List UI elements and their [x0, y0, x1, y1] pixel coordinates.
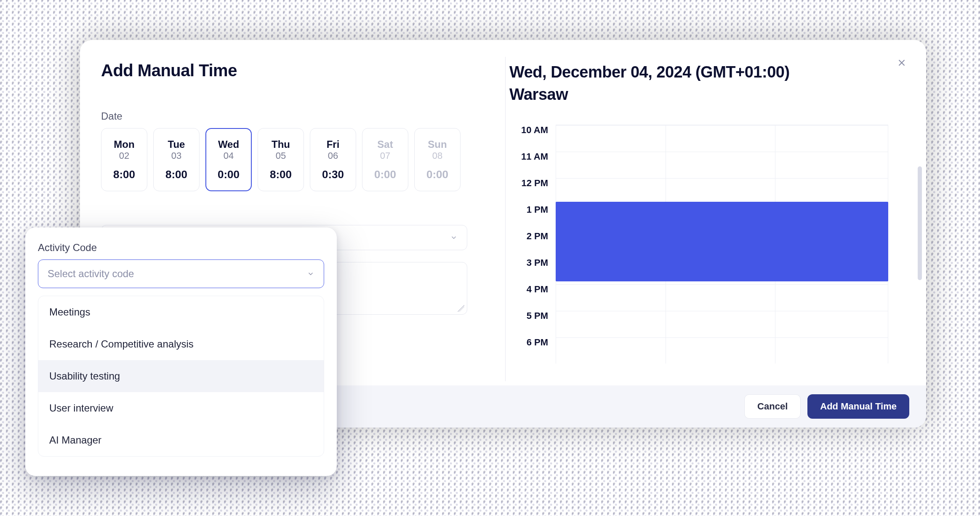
day-chip-mon[interactable]: Mon028:00 — [101, 128, 147, 191]
hour-label: 3 PM — [509, 257, 556, 268]
activity-option[interactable]: Research / Competitive analysis — [38, 328, 324, 360]
add-manual-time-button[interactable]: Add Manual Time — [807, 394, 909, 419]
day-chip-tue[interactable]: Tue038:00 — [153, 128, 200, 191]
day-hours: 8:00 — [113, 168, 135, 181]
day-hours: 8:00 — [270, 168, 292, 181]
day-chip-thu[interactable]: Thu058:00 — [258, 128, 304, 191]
chevron-down-icon — [307, 270, 314, 278]
right-pane: Wed, December 04, 2024 (GMT+01:00) Warsa… — [493, 40, 926, 428]
day-hours: 0:00 — [218, 168, 240, 181]
hour-label: 6 PM — [509, 337, 556, 348]
hour-label: 12 PM — [509, 178, 556, 189]
hour-row: 5 PM — [509, 310, 888, 337]
day-number: 04 — [224, 150, 234, 161]
day-name: Mon — [114, 139, 134, 150]
cancel-button[interactable]: Cancel — [744, 394, 801, 419]
activity-option[interactable]: Usability testing — [38, 360, 324, 392]
day-number: 03 — [171, 150, 181, 161]
hour-label: 11 AM — [509, 151, 556, 162]
day-name: Wed — [218, 139, 239, 150]
day-chip-fri[interactable]: Fri060:30 — [310, 128, 356, 191]
day-chip-sat: Sat070:00 — [362, 128, 408, 191]
hour-row: 6 PM — [509, 337, 888, 364]
day-name: Fri — [327, 139, 340, 150]
hour-label: 10 AM — [509, 125, 556, 136]
day-chip-wed[interactable]: Wed040:00 — [205, 128, 252, 191]
day-name: Tue — [168, 139, 185, 150]
day-hours: 0:00 — [426, 168, 448, 181]
activity-option[interactable]: Meetings — [38, 296, 324, 328]
modal-title: Add Manual Time — [101, 61, 467, 80]
day-name: Thu — [272, 139, 290, 150]
activity-code-placeholder: Select activity code — [48, 268, 134, 280]
time-block[interactable] — [556, 202, 888, 281]
hour-label: 1 PM — [509, 204, 556, 215]
activity-option[interactable]: AI Manager — [38, 424, 324, 456]
day-hours: 0:00 — [374, 168, 396, 181]
close-icon[interactable] — [894, 55, 909, 70]
hour-row: 12 PM — [509, 178, 888, 204]
day-hours: 8:00 — [165, 168, 187, 181]
date-label: Date — [101, 110, 467, 122]
chevron-down-icon — [450, 234, 458, 241]
activity-option[interactable]: User interview — [38, 392, 324, 424]
day-chip-sun: Sun080:00 — [414, 128, 461, 191]
hour-row: 4 PM — [509, 284, 888, 310]
selected-day-title: Wed, December 04, 2024 (GMT+01:00) Warsa… — [509, 61, 838, 106]
hour-label: 2 PM — [509, 231, 556, 242]
timeline-scrollbar[interactable] — [918, 166, 922, 280]
day-number: 08 — [432, 150, 442, 161]
day-timeline[interactable]: 10 AM11 AM12 PM1 PM2 PM3 PM4 PM5 PM6 PM — [509, 125, 901, 361]
hour-label: 4 PM — [509, 284, 556, 295]
day-hours: 0:30 — [322, 168, 344, 181]
day-number: 06 — [328, 150, 338, 161]
day-name: Sun — [428, 139, 447, 150]
date-picker-row: Mon028:00Tue038:00Wed040:00Thu058:00Fri0… — [101, 128, 467, 191]
hour-row: 11 AM — [509, 151, 888, 178]
day-number: 02 — [119, 150, 129, 161]
day-number: 07 — [380, 150, 390, 161]
hour-row: 10 AM — [509, 125, 888, 151]
activity-code-options: MeetingsResearch / Competitive analysisU… — [38, 296, 324, 457]
activity-code-popover: Activity Code Select activity code Meeti… — [25, 227, 337, 476]
day-number: 05 — [276, 150, 286, 161]
hour-label: 5 PM — [509, 310, 556, 321]
day-name: Sat — [377, 139, 393, 150]
activity-code-label: Activity Code — [38, 242, 324, 254]
activity-code-select[interactable]: Select activity code — [38, 259, 324, 288]
